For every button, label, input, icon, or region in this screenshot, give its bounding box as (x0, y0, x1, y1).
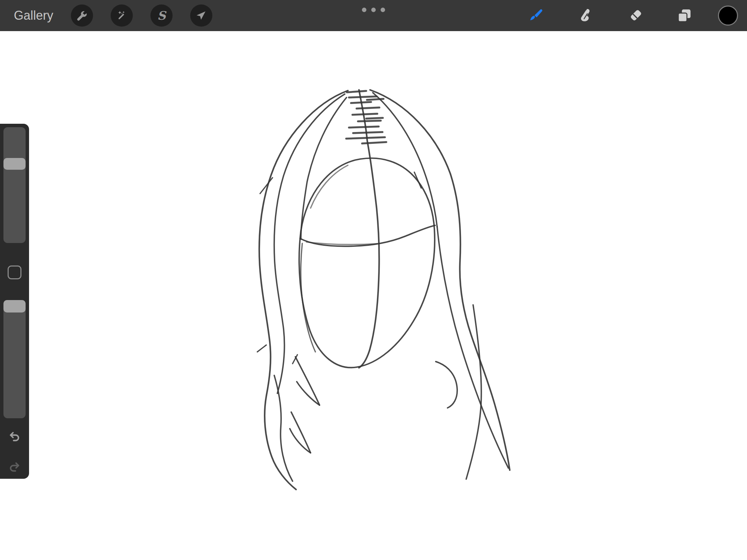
ellipsis-dot (362, 8, 367, 12)
ellipsis-dot (381, 8, 385, 12)
modify-button[interactable] (8, 265, 21, 279)
canvas-menu-dots-button[interactable] (361, 6, 387, 13)
brush-size-slider[interactable] (3, 127, 26, 243)
eraser-icon (626, 7, 644, 24)
paintbrush-icon (527, 7, 545, 24)
ellipsis-dot (371, 8, 376, 12)
toolbar: Gallery S (0, 0, 747, 31)
opacity-handle[interactable] (3, 300, 26, 312)
opacity-slider[interactable] (3, 300, 26, 418)
paint-tool-button[interactable] (511, 0, 561, 31)
toolbar-left-group: Gallery S (0, 4, 212, 27)
smudge-finger-icon (577, 7, 594, 24)
redo-button[interactable] (5, 458, 24, 476)
wrench-icon (76, 9, 88, 22)
color-button[interactable] (709, 0, 747, 31)
erase-tool-button[interactable] (610, 0, 660, 31)
adjustments-button[interactable] (111, 4, 133, 27)
brush-size-handle[interactable] (3, 158, 26, 170)
color-swatch-circle (718, 6, 738, 26)
redo-arrow-icon (7, 460, 22, 474)
selection-s-icon: S (157, 10, 166, 21)
toolbar-right-group (511, 0, 747, 31)
sidebar (0, 124, 29, 479)
undo-arrow-icon (7, 429, 22, 444)
smudge-tool-button[interactable] (561, 0, 610, 31)
magic-wand-icon (116, 9, 128, 22)
gallery-button[interactable]: Gallery (14, 8, 53, 23)
sketch-svg[interactable] (0, 0, 747, 560)
transform-arrow-icon (195, 9, 208, 22)
transform-button[interactable] (190, 4, 212, 27)
layers-button[interactable] (660, 0, 709, 31)
actions-button[interactable] (71, 4, 93, 27)
layers-icon (676, 7, 693, 24)
selection-button[interactable]: S (150, 4, 173, 27)
undo-button[interactable] (5, 428, 24, 445)
